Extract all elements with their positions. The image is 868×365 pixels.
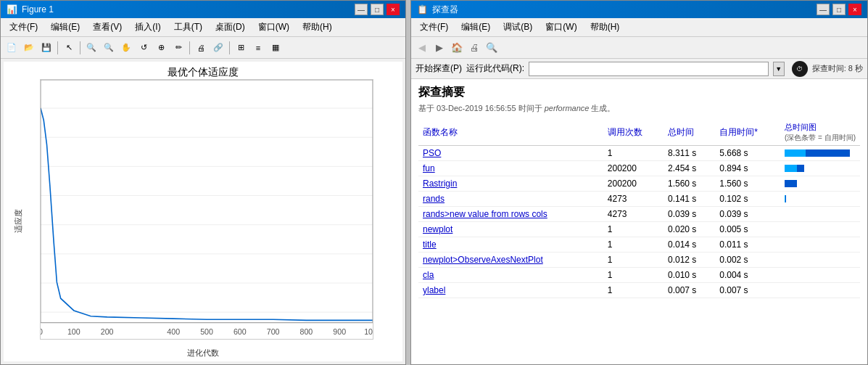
toolbar-zoom-out[interactable]: 🔍 <box>101 40 117 56</box>
toolbar-cursor[interactable]: ↖ <box>61 40 77 56</box>
svg-text:500: 500 <box>200 327 213 336</box>
summary-subtitle: 基于 03-Dec-2019 16:56:55 时间于 performance … <box>418 103 860 114</box>
explorer-title: 探查器 <box>432 4 458 16</box>
svg-text:700: 700 <box>267 327 280 336</box>
toolbar-pan[interactable]: ✋ <box>118 40 134 56</box>
func-link[interactable]: rands>new value from rows cols <box>423 209 547 219</box>
cell-self: 0.007 s <box>715 283 780 298</box>
explorer-icon: 📋 <box>417 4 428 15</box>
figure-menu-help[interactable]: 帮助(H) <box>297 20 338 35</box>
cell-bar <box>780 237 860 253</box>
func-link[interactable]: Rastrigin <box>423 179 457 189</box>
toolbar-save[interactable]: 💾 <box>38 40 54 56</box>
subtitle-prefix: 基于 <box>418 104 434 112</box>
cell-calls: 1 <box>603 237 664 253</box>
table-row: ylabel10.007 s0.007 s <box>418 283 860 298</box>
figure-menu-tools[interactable]: 工具(T) <box>168 20 208 35</box>
figure-close-btn[interactable]: × <box>387 4 400 15</box>
figure-icon: 📊 <box>7 4 17 15</box>
figure-menu-desktop[interactable]: 桌面(D) <box>210 20 251 35</box>
explorer-toolbar: ◀ ▶ 🏠 🖨 🔍 <box>411 37 867 59</box>
figure-minimize-btn[interactable]: — <box>355 4 368 15</box>
table-row: newplot>ObserveAxesNextPlot10.012 s0.002… <box>418 253 860 268</box>
svg-text:800: 800 <box>300 327 313 336</box>
col-header-self[interactable]: 自用时间* <box>715 120 780 146</box>
col-header-calls[interactable]: 调用次数 <box>603 120 664 146</box>
figure-maximize-btn[interactable]: □ <box>371 4 384 15</box>
toolbar-sep2 <box>80 41 80 54</box>
cell-self: 0.102 s <box>715 192 780 207</box>
toolbar-brush[interactable]: ✏ <box>170 40 186 56</box>
figure-menu-file[interactable]: 文件(F) <box>4 20 44 35</box>
func-link[interactable]: newplot <box>423 224 452 234</box>
figure-menu-view[interactable]: 查看(V) <box>87 20 128 35</box>
cell-calls: 200200 <box>603 161 664 176</box>
toolbar-open[interactable]: 📂 <box>21 40 37 56</box>
col-header-func[interactable]: 函数名称 <box>418 120 603 146</box>
cell-calls: 1 <box>603 268 664 283</box>
toolbar-grid[interactable]: ⊞ <box>233 40 249 56</box>
func-link[interactable]: title <box>423 239 437 250</box>
nav-back-btn[interactable]: ◀ <box>414 40 430 56</box>
col-header-chart-note: (深色条带 = 自用时间) <box>785 134 856 142</box>
toolbar-new[interactable]: 📄 <box>4 40 20 56</box>
func-link[interactable]: cla <box>423 270 434 280</box>
table-row: rands42730.141 s0.102 s <box>418 192 860 207</box>
figure-menu-insert[interactable]: 插入(I) <box>129 20 166 35</box>
explorer-maximize-btn[interactable]: □ <box>832 4 846 15</box>
cell-self: 1.560 s <box>715 176 780 192</box>
explorer-minimize-btn[interactable]: — <box>817 4 830 15</box>
explorer-menubar: 文件(F) 编辑(E) 调试(B) 窗口(W) 帮助(H) <box>411 18 867 37</box>
svg-text:900: 900 <box>333 327 346 336</box>
figure-menu-edit[interactable]: 编辑(E) <box>45 20 86 35</box>
figure-menu-window[interactable]: 窗口(W) <box>252 20 295 35</box>
toolbar-rotate[interactable]: ↺ <box>136 40 152 56</box>
cell-calls: 1 <box>603 222 664 237</box>
cell-bar <box>780 222 860 237</box>
col-header-total[interactable]: 总时间 <box>664 120 715 146</box>
func-link[interactable]: newplot>ObserveAxesNextPlot <box>423 255 543 265</box>
toolbar-sep1 <box>57 41 58 54</box>
func-link[interactable]: fun <box>423 163 435 173</box>
explorer-menu-edit[interactable]: 编辑(E) <box>455 20 496 35</box>
svg-rect-26 <box>41 80 373 323</box>
nav-forward-btn[interactable]: ▶ <box>431 40 447 56</box>
nav-print-btn[interactable]: 🖨 <box>466 40 482 56</box>
func-link[interactable]: PSO <box>423 148 441 158</box>
svg-text:400: 400 <box>167 327 180 336</box>
explorer-window: 📋 探查器 — □ × 文件(F) 编辑(E) 调试(B) 窗口(W) 帮助(H… <box>410 0 868 365</box>
plot-title: 最优个体适应度 <box>168 66 239 79</box>
nav-home-btn[interactable]: 🏠 <box>449 40 465 56</box>
toolbar-print[interactable]: 🖨 <box>193 40 209 56</box>
col-header-chart: 总时间图 (深色条带 = 自用时间) <box>780 120 860 146</box>
cell-calls: 1 <box>603 146 664 161</box>
run-dropdown-btn[interactable]: ▼ <box>773 62 785 76</box>
func-link[interactable]: rands <box>423 194 445 204</box>
func-link[interactable]: ylabel <box>423 285 445 295</box>
explorer-menu-file[interactable]: 文件(F) <box>414 20 454 35</box>
timer-icon: ⏱ <box>792 61 808 77</box>
nav-search-btn[interactable]: 🔍 <box>484 40 500 56</box>
y-axis-label: 适应度 <box>13 208 24 232</box>
explorer-menu-help[interactable]: 帮助(H) <box>584 20 626 35</box>
cell-self: 5.668 s <box>715 146 780 161</box>
table-row: newplot10.020 s0.005 s <box>418 222 860 237</box>
figure-title-area: 📊 Figure 1 <box>7 4 54 15</box>
toolbar-zoom-in[interactable]: 🔍 <box>83 40 99 56</box>
cell-total: 0.014 s <box>664 237 715 253</box>
toolbar-datacursor[interactable]: ⊕ <box>153 40 169 56</box>
explorer-titlebar: 📋 探查器 — □ × <box>411 1 867 18</box>
run-input[interactable] <box>529 62 769 76</box>
table-row: title10.014 s0.011 s <box>418 237 860 253</box>
cell-calls: 1 <box>603 253 664 268</box>
explorer-close-btn[interactable]: × <box>848 4 861 15</box>
cell-bar <box>780 192 860 207</box>
explorer-menu-debug[interactable]: 调试(B) <box>497 20 538 35</box>
explorer-menu-window[interactable]: 窗口(W) <box>540 20 582 35</box>
toolbar-link[interactable]: 🔗 <box>210 40 226 56</box>
toolbar-legend[interactable]: ≡ <box>250 40 266 56</box>
plot-area: 最优个体适应度 适应度 进化代数 90 80 70 <box>4 62 402 361</box>
svg-text:600: 600 <box>233 327 247 336</box>
cell-calls: 200200 <box>603 176 664 192</box>
toolbar-colorbar[interactable]: ▦ <box>268 40 284 56</box>
